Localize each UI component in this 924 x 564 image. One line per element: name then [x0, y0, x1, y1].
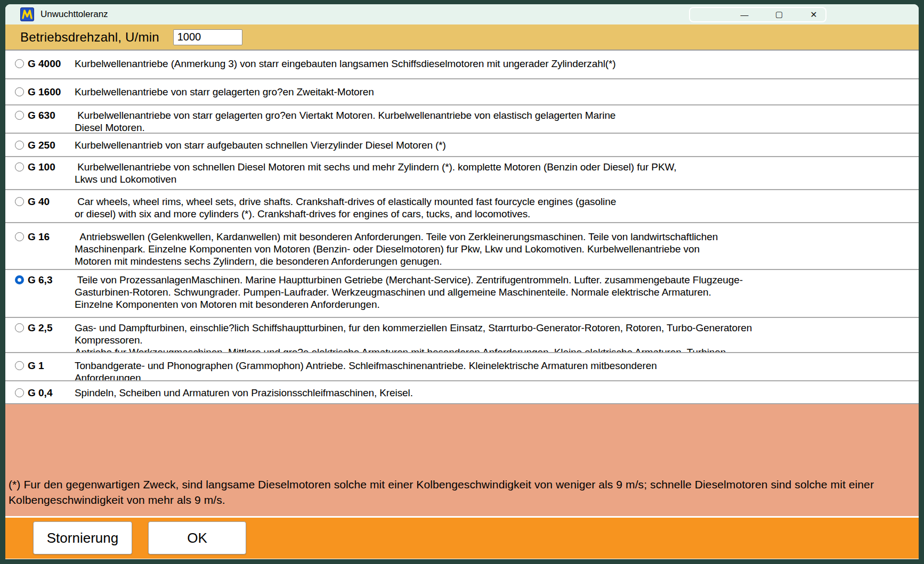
grade-description: Kurbelwellenantriebe von starr gelagerte… [75, 79, 914, 98]
grade-row-g-630[interactable]: G 630 Kurbelwellenantriebe von starr gel… [5, 105, 919, 134]
wave-logo-icon [22, 10, 33, 19]
grade-radio[interactable] [15, 59, 24, 68]
grade-label: G 16 [28, 231, 50, 243]
tolerance-grade-list: G 4000Kurbelwellenantriebe (Anmerkung 3)… [5, 51, 919, 404]
window-title: Unwuchttoleranz [40, 9, 108, 20]
grade-row-g-1[interactable]: G 1Tonbandgerate- und Phonographen (Gram… [5, 353, 919, 381]
grade-label: G 40 [28, 196, 50, 208]
grade-description: Teile von ProzessanlagenMaschinen. Marin… [75, 270, 914, 310]
grade-radio[interactable] [15, 232, 24, 241]
grade-label: G 4000 [28, 58, 61, 70]
grade-label: G 1600 [28, 86, 61, 98]
footnote-panel: (*) Fur den gegenwartigen Zweck, sind la… [5, 404, 919, 518]
grade-row-g-2-5[interactable]: G 2,5Gas- und Dampfturbinen, einschlie?l… [5, 318, 919, 353]
grade-description: Spindeln, Scheiben und Armaturen von Pra… [75, 381, 914, 399]
grade-description: Kurbelwellenantriebe von starr gelagerte… [75, 105, 914, 134]
grade-radio[interactable] [15, 111, 24, 120]
grade-row-g-250[interactable]: G 250Kurbelwellenantrieb von starr aufge… [5, 134, 919, 157]
grade-label: G 1 [28, 360, 44, 372]
minimize-button[interactable]: — [736, 7, 752, 21]
grade-row-g-4000[interactable]: G 4000Kurbelwellenantriebe (Anmerkung 3)… [5, 51, 919, 79]
grade-row-g-1600[interactable]: G 1600Kurbelwellenantriebe von starr gel… [5, 79, 919, 105]
cancel-button[interactable]: Stornierung [33, 521, 132, 554]
grade-radio[interactable] [15, 141, 24, 150]
grade-label: G 100 [28, 161, 55, 173]
grade-radio[interactable] [15, 162, 24, 171]
grade-description: Kurbelwellenantriebe von schnellen Diese… [75, 157, 914, 185]
grade-radio-selected[interactable] [15, 275, 24, 284]
maximize-button[interactable]: ▢ [771, 7, 787, 21]
grade-description: Gas- und Dampfturbinen, einschlie?lich S… [75, 318, 914, 353]
speed-input[interactable] [173, 29, 242, 45]
unwuchttoleranz-dialog: Unwuchttoleranz — ▢ ✕ Betriebsdrehzahl, … [5, 4, 919, 559]
grade-description: Tonbandgerate- und Phonographen (Grammop… [75, 353, 914, 381]
ok-button[interactable]: OK [148, 521, 246, 554]
close-button[interactable]: ✕ [806, 7, 822, 21]
footnote-text: (*) Fur den gegenwartigen Zweck, sind la… [5, 404, 919, 508]
grade-label: G 250 [28, 140, 55, 151]
grade-description: Car wheels, wheel rims, wheel sets, driv… [75, 190, 914, 220]
grade-radio[interactable] [15, 361, 24, 370]
speed-header-bar: Betriebsdrehzahl, U/min [5, 24, 919, 51]
desktop-background: { "window": { "title": "Unwuchttoleranz"… [0, 0, 924, 564]
grade-label: G 2,5 [28, 322, 52, 334]
grade-label: G 6,3 [28, 274, 52, 286]
grade-radio[interactable] [15, 388, 24, 397]
grade-radio[interactable] [15, 197, 24, 206]
grade-radio[interactable] [15, 323, 24, 332]
title-bar: Unwuchttoleranz — ▢ ✕ [5, 4, 919, 24]
grade-description: Kurbelwellenantrieb von starr aufgebaute… [75, 134, 914, 151]
grade-row-g-16[interactable]: G 16 Antriebswellen (Gelenkwellen, Karda… [5, 223, 919, 270]
app-icon [20, 7, 34, 21]
grade-row-g-100[interactable]: G 100 Kurbelwellenantriebe von schnellen… [5, 157, 919, 190]
grade-label: G 0,4 [28, 387, 52, 399]
grade-row-g-6-3[interactable]: G 6,3 Teile von ProzessanlagenMaschinen.… [5, 270, 919, 318]
grade-description: Antriebswellen (Gelenkwellen, Kardanwell… [75, 223, 914, 267]
speed-label: Betriebsdrehzahl, U/min [20, 30, 159, 45]
grade-label: G 630 [28, 110, 55, 121]
grade-row-g-0-4[interactable]: G 0,4Spindeln, Scheiben und Armaturen vo… [5, 381, 919, 404]
action-bar: Stornierung OK [5, 518, 919, 559]
grade-row-g-40[interactable]: G 40 Car wheels, wheel rims, wheel sets,… [5, 190, 919, 223]
grade-description: Kurbelwellenantriebe (Anmerkung 3) von s… [75, 51, 914, 70]
grade-radio[interactable] [15, 87, 24, 96]
